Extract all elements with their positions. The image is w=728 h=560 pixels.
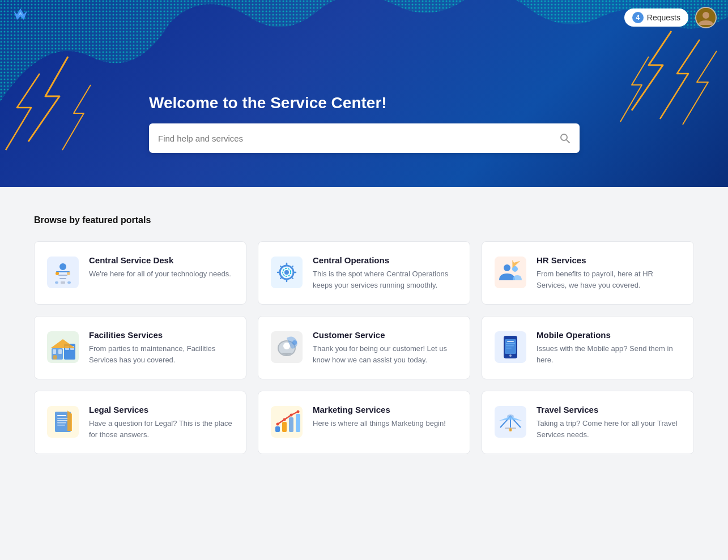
svg-rect-52 — [57, 422, 66, 424]
svg-rect-11 — [58, 275, 67, 276]
svg-point-20 — [284, 270, 289, 275]
svg-line-7 — [567, 140, 569, 143]
portal-desc-central-service-desk: We're here for all of your technology ne… — [89, 268, 231, 280]
portal-card-hr-services[interactable]: HR Services From benefits to payroll, he… — [482, 241, 694, 305]
svg-rect-49 — [57, 415, 66, 416]
svg-rect-50 — [57, 418, 69, 419]
svg-point-17 — [67, 272, 70, 275]
svg-point-33 — [53, 355, 57, 360]
requests-badge[interactable]: 4 Requests — [624, 8, 688, 27]
portal-icon-central-operations — [270, 255, 304, 289]
portal-text-facilities-services: Facilities Services From parties to main… — [89, 330, 235, 365]
svg-point-23 — [504, 264, 510, 271]
portal-icon-central-service-desk — [46, 255, 80, 289]
hero-section: 4 Requests Welcome to the Service Center… — [0, 0, 728, 187]
section-title: Browse by featured portals — [34, 215, 694, 225]
portal-icon-legal-services — [46, 405, 80, 439]
portals-grid: Central Service Desk We're here for all … — [34, 241, 694, 454]
portal-desc-facilities-services: From parties to maintenance, Facilities … — [89, 343, 235, 365]
svg-point-16 — [56, 272, 59, 275]
svg-rect-29 — [58, 349, 62, 354]
svg-rect-12 — [59, 278, 66, 279]
portal-text-hr-services: HR Services From benefits to payroll, he… — [537, 255, 682, 290]
portal-name-central-service-desk: Central Service Desk — [89, 255, 231, 265]
svg-rect-58 — [296, 414, 300, 432]
svg-rect-53 — [57, 425, 65, 426]
hero-content: Welcome to the Service Center! — [149, 94, 580, 153]
portal-desc-mobile-operations: Issues with the Mobile app? Send them in… — [537, 343, 682, 365]
logo[interactable] — [11, 7, 29, 28]
svg-point-5 — [703, 12, 709, 19]
portal-text-customer-service: Customer Service Thank you for being our… — [313, 330, 458, 365]
portal-text-central-service-desk: Central Service Desk We're here for all … — [89, 255, 231, 280]
main-content: Browse by featured portals Central Servi… — [0, 187, 728, 482]
svg-point-38 — [292, 340, 297, 345]
portal-icon-travel-services — [493, 405, 527, 439]
svg-rect-28 — [53, 349, 56, 354]
portal-icon-mobile-operations — [493, 330, 527, 364]
portal-icon-facilities-services — [46, 330, 80, 364]
portal-text-legal-services: Legal Services Have a question for Legal… — [89, 405, 235, 440]
portal-text-mobile-operations: Mobile Operations Issues with the Mobile… — [537, 330, 682, 365]
svg-rect-57 — [289, 417, 293, 432]
svg-rect-14 — [55, 281, 58, 284]
portal-desc-travel-services: Taking a trip? Come here for all your Tr… — [537, 418, 682, 440]
svg-rect-46 — [506, 348, 512, 349]
svg-rect-56 — [282, 422, 287, 432]
svg-rect-51 — [57, 420, 67, 421]
avatar[interactable] — [695, 7, 717, 28]
portal-desc-marketing-services: Here is where all things Marketing begin… — [313, 418, 446, 429]
svg-point-9 — [59, 263, 66, 270]
svg-point-59 — [276, 423, 279, 426]
portal-name-facilities-services: Facilities Services — [89, 330, 235, 340]
svg-point-37 — [283, 343, 290, 349]
portal-desc-legal-services: Have a question for Legal? This is the p… — [89, 418, 235, 440]
top-bar: 4 Requests — [0, 0, 728, 35]
portal-desc-central-operations: This is the spot where Central Operation… — [313, 268, 458, 290]
portal-card-central-operations[interactable]: Central Operations This is the spot wher… — [258, 241, 470, 305]
portal-card-marketing-services[interactable]: Marketing Services Here is where all thi… — [258, 391, 470, 454]
svg-point-42 — [509, 354, 512, 357]
top-bar-actions: 4 Requests — [624, 7, 717, 28]
portal-card-legal-services[interactable]: Legal Services Have a question for Legal… — [34, 391, 246, 454]
portal-card-travel-services[interactable]: Travel Services Taking a trip? Come here… — [482, 391, 694, 454]
portal-icon-customer-service — [270, 330, 304, 364]
portal-name-legal-services: Legal Services — [89, 405, 235, 414]
svg-rect-15 — [67, 281, 71, 284]
portal-icon-hr-services — [493, 255, 527, 289]
svg-point-61 — [290, 414, 293, 417]
portal-desc-hr-services: From benefits to payroll, here at HR Ser… — [537, 268, 682, 290]
portal-card-mobile-operations[interactable]: Mobile Operations Issues with the Mobile… — [482, 316, 694, 379]
portal-name-marketing-services: Marketing Services — [313, 405, 446, 414]
svg-rect-43 — [507, 341, 514, 342]
svg-rect-22 — [495, 257, 526, 288]
portal-name-mobile-operations: Mobile Operations — [537, 330, 682, 340]
hero-title: Welcome to the Service Center! — [149, 94, 580, 112]
portal-text-central-operations: Central Operations This is the spot wher… — [313, 255, 458, 290]
svg-rect-44 — [506, 343, 515, 344]
portal-text-travel-services: Travel Services Taking a trip? Come here… — [537, 405, 682, 440]
svg-point-60 — [283, 418, 286, 421]
portal-name-customer-service: Customer Service — [313, 330, 458, 340]
svg-rect-55 — [275, 426, 280, 432]
portal-card-customer-service[interactable]: Customer Service Thank you for being our… — [258, 316, 470, 379]
portal-name-hr-services: HR Services — [537, 255, 682, 265]
portal-text-marketing-services: Marketing Services Here is where all thi… — [313, 405, 446, 429]
svg-point-66 — [509, 428, 512, 431]
svg-rect-13 — [61, 281, 65, 284]
portal-desc-customer-service: Thank you for being our customer! Let us… — [313, 343, 458, 365]
svg-rect-45 — [506, 345, 514, 347]
svg-point-62 — [297, 411, 300, 413]
portal-icon-marketing-services — [270, 405, 304, 439]
portal-card-central-service-desk[interactable]: Central Service Desk We're here for all … — [34, 241, 246, 305]
portal-name-central-operations: Central Operations — [313, 255, 458, 265]
requests-label: Requests — [647, 13, 680, 22]
lightning-left — [0, 51, 170, 164]
portal-name-travel-services: Travel Services — [537, 405, 682, 414]
requests-count: 4 — [632, 12, 644, 23]
portal-card-facilities-services[interactable]: Facilities Services From parties to main… — [34, 316, 246, 379]
search-input[interactable] — [158, 134, 559, 143]
search-bar — [149, 123, 580, 153]
search-button[interactable] — [559, 132, 571, 144]
